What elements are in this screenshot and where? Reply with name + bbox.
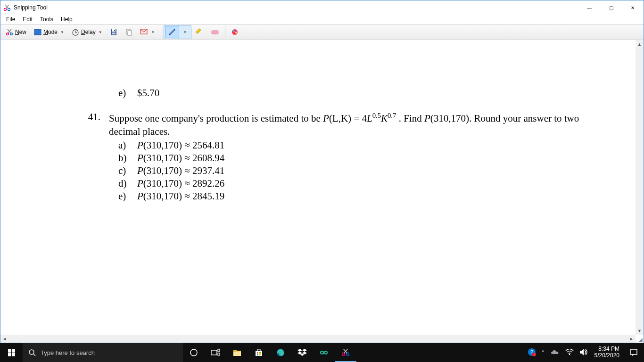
- paint3d-icon: [231, 28, 239, 36]
- snip-canvas-area: e) $5.70 41. Suppose one company's produ…: [0, 40, 644, 343]
- system-tray: ?! ˄: [525, 348, 591, 358]
- pen-button[interactable]: [165, 26, 179, 38]
- scroll-up-icon[interactable]: ▲: [636, 40, 644, 48]
- scissors-icon: [6, 28, 13, 36]
- svg-point-1: [8, 8, 10, 11]
- option-value: P(310,170) ≈ 2608.94: [137, 152, 224, 164]
- new-button[interactable]: New: [2, 25, 30, 39]
- onedrive-icon[interactable]: [550, 349, 560, 357]
- svg-point-27: [29, 350, 34, 354]
- action-center-icon[interactable]: [623, 343, 644, 362]
- pen-dropdown[interactable]: ▼: [179, 26, 190, 38]
- snipping-tool-taskbar-icon[interactable]: [335, 343, 356, 362]
- svg-line-21: [170, 30, 174, 34]
- svg-point-5: [10, 33, 13, 35]
- clock-time: 8:34 PM: [594, 346, 619, 353]
- cortana-icon[interactable]: [183, 343, 205, 362]
- resize-grip-icon[interactable]: ◢: [636, 335, 644, 343]
- option-value: P(310,170) ≈ 2564.81: [137, 140, 224, 151]
- option-letter: c): [109, 165, 137, 177]
- svg-rect-8: [34, 29, 41, 35]
- titlebar[interactable]: Snipping Tool — ▢ ✕: [0, 0, 644, 15]
- menu-edit[interactable]: Edit: [19, 15, 36, 24]
- svg-rect-39: [259, 352, 261, 354]
- start-button[interactable]: [0, 343, 23, 362]
- option-value: P(310,170) ≈ 2892.26: [137, 178, 224, 189]
- status-warning-icon[interactable]: ?!: [528, 348, 536, 358]
- volume-icon[interactable]: [579, 348, 588, 357]
- svg-rect-16: [112, 33, 116, 34]
- svg-text:!: !: [534, 353, 535, 356]
- svg-rect-40: [257, 354, 258, 355]
- clock-icon: [72, 28, 79, 36]
- send-button[interactable]: ▼: [137, 25, 158, 39]
- wifi-icon[interactable]: [565, 349, 574, 357]
- vertical-scrollbar[interactable]: ▲ ▼: [636, 40, 644, 335]
- svg-rect-36: [256, 351, 262, 356]
- option-value: P(310,170) ≈ 2937.41: [137, 165, 224, 177]
- svg-line-51: [344, 349, 347, 353]
- highlighter-button[interactable]: [192, 25, 206, 39]
- svg-point-4: [7, 33, 9, 35]
- svg-rect-22: [196, 29, 201, 33]
- svg-line-3: [5, 5, 8, 8]
- svg-rect-23: [212, 31, 218, 34]
- svg-point-26: [235, 32, 237, 33]
- svg-point-25: [233, 30, 235, 32]
- search-icon: [28, 349, 36, 356]
- taskbar-search[interactable]: Type here to search: [23, 343, 183, 362]
- close-button[interactable]: ✕: [622, 0, 644, 15]
- menu-help[interactable]: Help: [57, 15, 76, 24]
- mode-button[interactable]: Mode ▼: [31, 25, 67, 39]
- menu-tools[interactable]: Tools: [36, 15, 57, 24]
- mail-icon: [140, 29, 149, 35]
- option-letter: a): [109, 140, 137, 151]
- save-button[interactable]: [107, 25, 121, 39]
- scroll-right-icon[interactable]: ►: [627, 335, 636, 343]
- svg-rect-32: [218, 353, 220, 355]
- windows-logo-icon: [8, 349, 15, 356]
- edge-icon[interactable]: [270, 343, 291, 362]
- save-icon: [110, 28, 117, 36]
- maximize-button[interactable]: ▢: [600, 0, 622, 15]
- svg-rect-15: [114, 30, 115, 31]
- eraser-button[interactable]: [207, 25, 223, 39]
- delay-button[interactable]: Delay ▼: [68, 25, 106, 39]
- separator: [161, 26, 161, 38]
- chevron-down-icon: ▼: [183, 30, 187, 34]
- clock-date: 5/20/2020: [594, 353, 619, 359]
- minimize-button[interactable]: —: [578, 0, 600, 15]
- svg-line-7: [8, 29, 11, 33]
- taskbar: Type here to search ?! ˄ 8:34 PM 5/20/20…: [0, 343, 644, 362]
- option-value: P(310,170) ≈ 2845.19: [137, 190, 224, 202]
- copy-button[interactable]: [122, 25, 136, 39]
- chevron-down-icon: ▼: [60, 30, 64, 34]
- file-explorer-icon[interactable]: [226, 343, 248, 362]
- option-letter: d): [109, 178, 137, 189]
- svg-line-2: [6, 5, 9, 8]
- menu-file[interactable]: File: [2, 15, 19, 24]
- chevron-up-icon[interactable]: ˄: [542, 350, 545, 356]
- taskbar-pinned: [183, 343, 356, 362]
- scroll-down-icon[interactable]: ▼: [636, 327, 644, 335]
- taskbar-clock[interactable]: 8:34 PM 5/20/2020: [591, 346, 623, 359]
- horizontal-scrollbar[interactable]: ◄ ►: [0, 335, 636, 343]
- snipping-tool-window: Snipping Tool — ▢ ✕ File Edit Tools Help…: [0, 0, 644, 343]
- infinity-app-icon[interactable]: [313, 343, 335, 362]
- svg-line-28: [33, 354, 35, 356]
- scroll-left-icon[interactable]: ◄: [0, 335, 8, 343]
- option-letter: b): [109, 152, 137, 164]
- paint3d-button[interactable]: [228, 25, 242, 39]
- svg-line-6: [8, 29, 11, 33]
- chevron-down-icon: ▼: [151, 30, 155, 34]
- prev-option-text: $5.70: [137, 87, 159, 99]
- microsoft-store-icon[interactable]: [248, 343, 270, 362]
- svg-marker-44: [302, 349, 307, 352]
- question-number: 41.: [81, 111, 109, 123]
- dropbox-icon[interactable]: [291, 343, 313, 362]
- pen-icon: [168, 28, 176, 36]
- task-view-icon[interactable]: [205, 343, 226, 362]
- menubar: File Edit Tools Help: [0, 15, 644, 24]
- svg-rect-58: [630, 349, 637, 354]
- captured-document: e) $5.70 41. Suppose one company's produ…: [0, 40, 636, 335]
